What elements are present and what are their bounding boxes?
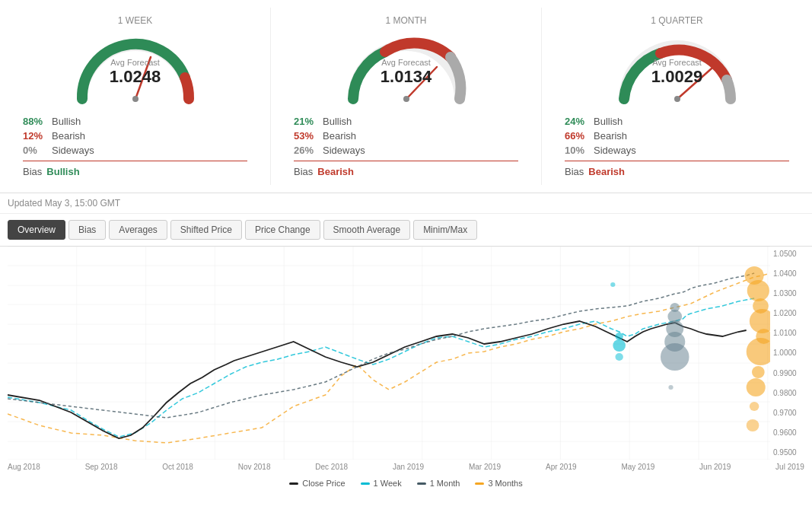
- svg-point-29: [615, 333, 623, 340]
- x-label-mar2019: Mar 2019: [469, 463, 501, 471]
- y-label-10: 0.9500: [773, 448, 809, 457]
- panel-week-title: 1 WEEK: [118, 15, 152, 26]
- tab-shifted-price[interactable]: Shifted Price: [170, 220, 242, 240]
- tab-smooth-average[interactable]: Smooth Average: [323, 220, 411, 240]
- gauge-month-avg-value: 1.0134: [381, 67, 431, 86]
- week-bearish-label: Bearish: [52, 130, 85, 142]
- week-sideways-label: Sideways: [52, 145, 94, 156]
- update-bar: Updated May 3, 15:00 GMT: [0, 193, 812, 214]
- chart-wrapper: 1.0500 1.0400 1.0300 1.0200 1.0100 1.000…: [0, 247, 812, 460]
- gauge-quarter-avg-value: 1.0029: [651, 67, 702, 86]
- quarter-bias-value: Bearish: [588, 166, 625, 177]
- quarter-bearish-row: 66% Bearish: [565, 130, 789, 142]
- x-label-jun2019: Jun 2019: [699, 463, 731, 471]
- x-label-apr2019: Apr 2019: [546, 463, 577, 471]
- week-bearish-row: 12% Bearish: [23, 130, 247, 142]
- svg-point-32: [610, 282, 615, 287]
- legend-3months-label: 3 Months: [488, 479, 522, 488]
- week-bearish-pct: 12%: [23, 130, 52, 142]
- quarter-sideways-label: Sideways: [594, 145, 636, 156]
- chart-legend: Close Price 1 Week 1 Month 3 Months: [0, 474, 812, 492]
- quarter-bias-text: Bias: [565, 166, 584, 177]
- gauge-month-label: Avg Forecast 1.0134: [381, 58, 431, 87]
- tab-overview[interactable]: Overview: [8, 220, 65, 240]
- x-label-jul2019: Jul 2019: [775, 463, 804, 471]
- week-divider: [23, 161, 247, 161]
- panel-week-stats: 88% Bullish 12% Bearish 0% Sideways Bias…: [15, 113, 255, 177]
- legend-1month: 1 Month: [417, 479, 460, 488]
- panel-month-title: 1 MONTH: [386, 15, 427, 26]
- gauge-quarter-label: Avg Forecast 1.0029: [651, 58, 702, 87]
- quarter-sideways-row: 10% Sideways: [565, 145, 789, 156]
- tab-price-change[interactable]: Price Change: [245, 220, 320, 240]
- y-label-1: 1.0400: [773, 269, 809, 278]
- update-text: Updated May 3, 15:00 GMT: [8, 198, 120, 209]
- gauge-quarter-avg-text: Avg Forecast: [651, 58, 702, 67]
- gauge-month: Avg Forecast 1.0134: [338, 30, 475, 107]
- month-bullish-label: Bullish: [323, 116, 352, 127]
- panel-quarter: 1 QUARTER Avg Forecast 1.0029 24%: [542, 8, 812, 185]
- week-sideways-row: 0% Sideways: [23, 145, 247, 156]
- month-bias-value: Bearish: [317, 166, 354, 177]
- x-axis: Aug 2018 Sep 2018 Oct 2018 Nov 2018 Dec …: [0, 460, 812, 474]
- legend-month-label: 1 Month: [430, 479, 460, 488]
- quarter-bearish-label: Bearish: [594, 130, 627, 142]
- month-bias-row: Bias Bearish: [294, 166, 518, 177]
- gauge-month-avg-text: Avg Forecast: [381, 58, 431, 67]
- legend-close-dot: [289, 482, 298, 485]
- svg-point-44: [747, 338, 770, 365]
- top-section: 1 WEEK Avg Forecast 1.0248 88% Bullis: [0, 0, 812, 193]
- tab-bias[interactable]: Bias: [68, 220, 106, 240]
- y-label-7: 0.9800: [773, 389, 809, 397]
- y-label-9: 0.9600: [773, 428, 809, 437]
- y-label-6: 0.9900: [773, 369, 809, 377]
- x-label-aug2018: Aug 2018: [8, 463, 40, 471]
- month-bearish-label: Bearish: [323, 130, 356, 142]
- svg-point-38: [668, 385, 673, 390]
- svg-point-45: [752, 366, 765, 378]
- y-label-4: 1.0100: [773, 329, 809, 337]
- month-bias-text: Bias: [294, 166, 313, 177]
- svg-point-48: [747, 419, 759, 431]
- y-label-8: 0.9700: [773, 409, 809, 417]
- week-bias-row: Bias Bullish: [23, 166, 247, 177]
- week-sideways-pct: 0%: [23, 145, 52, 156]
- chart-section: 1.0500 1.0400 1.0300 1.0200 1.0100 1.000…: [0, 247, 812, 492]
- month-bullish-row: 21% Bullish: [294, 116, 518, 127]
- legend-month-dot: [417, 482, 426, 485]
- panel-month: 1 MONTH Avg Forecast 1.0134 21%: [271, 8, 542, 185]
- tabs-bar: Overview Bias Averages Shifted Price Pri…: [0, 214, 812, 247]
- tab-minim-max[interactable]: Minim/Max: [413, 220, 477, 240]
- svg-point-47: [750, 402, 759, 411]
- legend-close-price: Close Price: [289, 479, 345, 488]
- quarter-bullish-pct: 24%: [565, 116, 594, 127]
- month-sideways-pct: 26%: [294, 145, 323, 156]
- month-divider: [294, 161, 518, 161]
- legend-3months: 3 Months: [475, 479, 522, 488]
- svg-point-40: [747, 280, 769, 301]
- y-axis-right: 1.0500 1.0400 1.0300 1.0200 1.0100 1.000…: [770, 247, 812, 460]
- x-label-may2019: May 2019: [621, 463, 654, 471]
- y-label-0: 1.0500: [773, 250, 809, 258]
- svg-point-5: [674, 96, 680, 102]
- svg-point-1: [132, 96, 139, 102]
- chart-svg: [8, 247, 770, 460]
- tab-averages[interactable]: Averages: [109, 220, 167, 240]
- quarter-bullish-row: 24% Bullish: [565, 116, 789, 127]
- week-bias-text: Bias: [23, 166, 42, 177]
- month-bearish-pct: 53%: [294, 130, 323, 142]
- panel-week: 1 WEEK Avg Forecast 1.0248 88% Bullis: [0, 8, 271, 185]
- gauge-week-label: Avg Forecast 1.0248: [110, 58, 161, 87]
- x-label-sep2018: Sep 2018: [85, 463, 118, 471]
- y-label-5: 1.0000: [773, 349, 809, 357]
- x-label-oct2018: Oct 2018: [162, 463, 193, 471]
- svg-point-37: [661, 343, 689, 371]
- legend-week-dot: [361, 482, 370, 485]
- week-bullish-pct: 88%: [23, 116, 52, 127]
- week-bias-value: Bullish: [46, 166, 79, 177]
- panel-quarter-stats: 24% Bullish 66% Bearish 10% Sideways Bia…: [557, 113, 797, 177]
- gauge-quarter: Avg Forecast 1.0029: [609, 30, 746, 107]
- svg-point-46: [747, 378, 766, 396]
- svg-point-3: [403, 96, 409, 102]
- x-label-jan2019: Jan 2019: [393, 463, 424, 471]
